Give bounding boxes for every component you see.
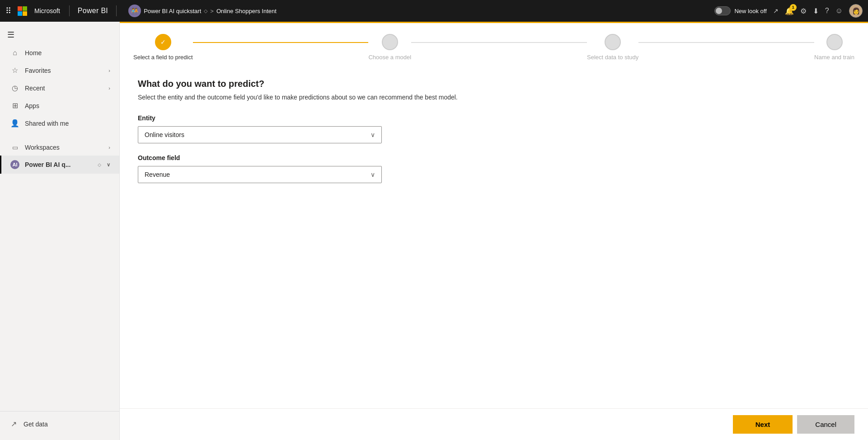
entity-label: Entity [138, 114, 850, 122]
chevron-down-icon: ∨ [107, 162, 110, 168]
sidebar: ☰ ⌂ Home ☆ Favorites › ◷ Recent › ⊞ Apps… [0, 22, 120, 440]
favorites-icon: ☆ [10, 66, 19, 75]
recent-icon: ◷ [10, 84, 19, 92]
step-circle-4 [826, 34, 843, 50]
page-main-content: What do you want to predict? Select the … [120, 65, 868, 408]
microsoft-text: Microsoft [34, 7, 60, 14]
connector-2 [411, 42, 587, 43]
step-circle-3 [605, 34, 621, 50]
workspace-breadcrumb: 🧑‍🤝‍🧑 Power BI AI quickstart ◇ > Online … [128, 5, 277, 17]
step-label-3: Select data to study [587, 54, 638, 61]
sidebar-apps-label: Apps [25, 102, 110, 109]
premium-diamond-icon: ◇ [98, 162, 101, 167]
get-data-label: Get data [23, 421, 48, 428]
outcome-dropdown-value: Revenue [145, 171, 170, 178]
workspaces-icon: ▭ [10, 144, 19, 151]
wizard-steps: ✓ Select a field to predict Choose a mod… [120, 23, 868, 65]
sidebar-item-shared[interactable]: 👤 Shared with me [0, 114, 119, 132]
step-label-1: Select a field to predict [133, 54, 193, 61]
toggle-knob [716, 8, 722, 14]
step-circle-2 [382, 34, 398, 50]
notification-badge: 1 [790, 4, 797, 11]
home-icon: ⌂ [10, 49, 19, 57]
workspace-icon-label: 🧑‍🤝‍🧑 [131, 8, 138, 14]
new-look-toggle[interactable]: New look off [714, 6, 766, 15]
step-label-4: Name and train [814, 54, 854, 61]
entity-dropdown-arrow: ∨ [371, 131, 375, 138]
sidebar-shared-label: Shared with me [25, 120, 110, 127]
step-select-field: ✓ Select a field to predict [133, 34, 193, 61]
workspace-name[interactable]: Power BI AI quickstart [144, 8, 201, 14]
sidebar-home-label: Home [25, 49, 110, 57]
download-icon[interactable]: ⬇ [813, 7, 819, 15]
steps-row: ✓ Select a field to predict Choose a mod… [133, 34, 854, 61]
shared-icon: 👤 [10, 119, 19, 128]
entity-dropdown-value: Online visitors [145, 131, 184, 138]
sidebar-recent-label: Recent [25, 85, 103, 92]
sidebar-item-favorites[interactable]: ☆ Favorites › [0, 62, 119, 79]
page-subtitle: Select the entity and the outcome field … [138, 94, 850, 101]
page-title: What do you want to predict? [138, 79, 850, 89]
step-circle-1: ✓ [155, 34, 171, 50]
sidebar-item-workspaces[interactable]: ▭ Workspaces › [0, 139, 119, 156]
chevron-icon: › [108, 145, 110, 150]
topnav-right: New look off ↗ 🔔 1 ⚙ ⬇ ? ☺ 👩 [714, 4, 863, 18]
powerbi-ai-icon: AI [10, 160, 19, 169]
hamburger-menu[interactable]: ☰ [0, 25, 119, 44]
footer-bar: Next Cancel [120, 408, 868, 440]
content-area: ✓ Select a field to predict Choose a mod… [120, 22, 868, 440]
sidebar-powerbi-ai-label: Power BI AI q... [25, 161, 91, 168]
get-data-icon: ↗ [9, 420, 18, 428]
premium-icon: ◇ [204, 8, 207, 14]
nav-divider [69, 5, 70, 16]
brand-name: Power BI [78, 7, 108, 15]
step-label-2: Choose a model [368, 54, 411, 61]
notifications-icon[interactable]: 🔔 1 [785, 7, 794, 15]
chevron-icon: › [108, 68, 110, 73]
help-icon[interactable]: ? [825, 7, 829, 15]
step-name-train: Name and train [814, 34, 854, 61]
chevron-icon: › [108, 85, 110, 91]
grid-icon[interactable]: ⠿ [5, 6, 11, 16]
nav-divider-2 [116, 5, 117, 16]
connector-1 [193, 42, 369, 43]
sidebar-bottom: ↗ Get data [0, 411, 119, 436]
entity-dropdown[interactable]: Online visitors ∨ [138, 126, 382, 143]
outcome-dropdown[interactable]: Revenue ∨ [138, 166, 382, 183]
cancel-button[interactable]: Cancel [797, 415, 854, 434]
outcome-label: Outcome field [138, 154, 850, 161]
connector-3 [638, 42, 814, 43]
breadcrumb-arrow: > [210, 8, 214, 14]
sidebar-workspaces-label: Workspaces [25, 144, 103, 151]
workspace-icon[interactable]: 🧑‍🤝‍🧑 [128, 5, 141, 17]
next-button[interactable]: Next [733, 415, 793, 434]
apps-icon: ⊞ [10, 101, 19, 110]
step-choose-model: Choose a model [368, 34, 411, 61]
new-look-label: New look off [734, 8, 766, 14]
main-layout: ☰ ⌂ Home ☆ Favorites › ◷ Recent › ⊞ Apps… [0, 22, 868, 440]
sidebar-favorites-label: Favorites [25, 67, 103, 74]
sidebar-item-home[interactable]: ⌂ Home [0, 44, 119, 62]
expand-icon[interactable]: ↗ [773, 7, 779, 14]
settings-icon[interactable]: ⚙ [800, 7, 807, 15]
user-avatar[interactable]: 👩 [849, 4, 863, 18]
feedback-icon[interactable]: ☺ [835, 7, 843, 15]
sidebar-item-powerbi-ai[interactable]: AI Power BI AI q... ◇ ∨ [0, 156, 119, 174]
sidebar-item-apps[interactable]: ⊞ Apps [0, 97, 119, 114]
microsoft-logo [18, 6, 27, 16]
toggle-switch[interactable] [714, 6, 731, 15]
sidebar-item-recent[interactable]: ◷ Recent › [0, 79, 119, 97]
current-page-title: Online Shoppers Intent [216, 8, 277, 14]
topnav: ⠿ Microsoft Power BI 🧑‍🤝‍🧑 Power BI AI q… [0, 0, 868, 22]
get-data-button[interactable]: ↗ Get data [0, 415, 119, 433]
step-select-data: Select data to study [587, 34, 638, 61]
outcome-dropdown-arrow: ∨ [371, 171, 375, 178]
